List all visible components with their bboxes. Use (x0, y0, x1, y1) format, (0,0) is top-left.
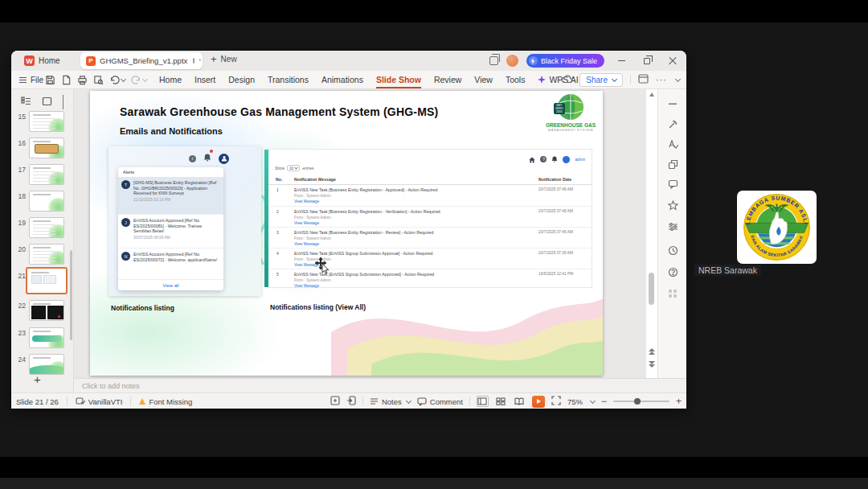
slide-thumbnail-19[interactable] (29, 217, 64, 238)
zoom-slider-handle[interactable] (634, 398, 641, 405)
view-message-link[interactable]: View Message (294, 221, 319, 225)
apps-grid-icon[interactable] (666, 287, 679, 300)
menu-review[interactable]: Review (434, 75, 461, 84)
slideshow-play-button[interactable] (532, 396, 545, 408)
help-icon: ? (540, 156, 547, 162)
comment-rail-icon[interactable] (666, 178, 679, 191)
thumbnail-number: 22 (11, 302, 26, 310)
slide-thumbnail-20[interactable] (29, 244, 64, 265)
new-tab-button[interactable]: + New (211, 54, 237, 64)
slide-thumbnail-15[interactable] (29, 111, 64, 132)
alert-item[interactable]: J EnViSS Account Approved [Ref No. ES/20… (118, 214, 223, 248)
table-row: 2 EnViSS New Task [Business Entity Regis… (268, 206, 592, 227)
task-window-icon[interactable] (330, 394, 340, 409)
tab-preview-icon[interactable] (193, 58, 194, 64)
share-button[interactable]: Share (579, 73, 623, 87)
alert-item[interactable]: N EnViSS Account Approved [Ref No. ES/20… (118, 248, 223, 279)
reading-view-button[interactable] (514, 396, 526, 407)
outline-view-icon[interactable] (21, 95, 31, 109)
menu-insert[interactable]: Insert (194, 75, 215, 84)
scroll-up-arrow[interactable] (649, 92, 654, 97)
shapes-icon[interactable] (666, 158, 679, 171)
slide-sorter-view-button[interactable] (495, 396, 507, 407)
restore-button[interactable] (638, 54, 656, 68)
slide-thumbnail-22[interactable] (29, 300, 64, 321)
divider (67, 397, 68, 406)
view-message-link[interactable]: View Message (294, 199, 319, 203)
zoom-level[interactable]: 75% (567, 397, 583, 406)
comment-toggle[interactable]: Comment (417, 397, 463, 406)
menu-design[interactable]: Design (228, 75, 255, 84)
fix-tools-icon[interactable] (666, 117, 679, 130)
collapse-rail-icon[interactable] (666, 97, 679, 110)
page-size-select[interactable]: 10 (287, 165, 300, 171)
history-clock-icon[interactable] (666, 244, 679, 257)
font-missing-warning[interactable]: Font Missing (139, 397, 192, 406)
black-friday-sale-button[interactable]: Black Friday Sale (526, 54, 604, 68)
document-tab[interactable]: P GHGMS_Briefing_v1.pptx * (80, 52, 203, 69)
menu-slide-show[interactable]: Slide Show (376, 75, 421, 84)
slide-editor-area[interactable]: Sarawak Greenhouse Gas Management System… (74, 89, 646, 378)
collapse-panel-icon[interactable] (61, 95, 63, 109)
participant-video-tile[interactable]: LEMBAGA SUMBER ASLI DAN ALAM SEKITAR SAR… (737, 191, 817, 264)
more-options-icon[interactable]: ··· (656, 75, 667, 84)
print-preview-button[interactable] (93, 75, 104, 85)
zoom-slider[interactable] (613, 401, 669, 402)
ribbon-layout-icon[interactable] (638, 72, 649, 87)
chevron-down-icon[interactable] (142, 76, 148, 81)
minimize-button[interactable] (612, 54, 630, 68)
slide-thumbnail-16[interactable] (29, 138, 64, 158)
alert-item[interactable]: T [GHG-MS] Business Entity Registration … (118, 177, 223, 214)
export-pdf-button[interactable] (61, 75, 72, 85)
notes-toggle[interactable]: Notes (370, 397, 411, 406)
slide-thumbnail-21-selected[interactable] (26, 267, 68, 294)
zoom-in-button[interactable]: + (676, 396, 682, 407)
slide-thumbnail-18[interactable] (29, 191, 64, 212)
view-message-link[interactable]: View Message (294, 242, 319, 246)
normal-view-button[interactable] (477, 396, 489, 407)
slide-thumbnail-23[interactable] (29, 327, 64, 348)
hamburger-icon (19, 77, 27, 83)
help-rail-icon[interactable] (666, 265, 679, 278)
net-zero-badge: NET ZERO 2050 (554, 103, 565, 114)
zoom-out-button[interactable]: − (601, 396, 607, 407)
handoff-icon[interactable] (346, 394, 356, 409)
undo-button[interactable] (109, 75, 125, 84)
slide-view-icon[interactable] (42, 95, 52, 109)
slide-canvas[interactable]: Sarawak Greenhouse Gas Management System… (90, 91, 603, 376)
zoom-dropdown-icon[interactable] (590, 397, 596, 403)
view-all-link[interactable]: View all (118, 279, 223, 290)
star-icon[interactable] (666, 199, 679, 212)
editor-scrollbar[interactable] (646, 89, 657, 378)
chevron-down-icon[interactable] (121, 76, 126, 81)
proofing-icon[interactable] (666, 138, 679, 150)
fullscreen-icon[interactable] (551, 394, 561, 409)
collapse-ribbon-icon[interactable] (675, 76, 681, 81)
redo-button[interactable] (131, 75, 147, 84)
cell-message: EnViSS New Task [Business Entity Registr… (294, 187, 523, 192)
close-button[interactable] (664, 54, 682, 68)
menu-home[interactable]: Home (159, 75, 182, 84)
save-button[interactable] (45, 75, 55, 85)
view-message-link[interactable]: View Message (294, 284, 319, 288)
home-tab[interactable]: W Home (18, 53, 67, 68)
menu-view[interactable]: View (474, 75, 493, 84)
menu-tools[interactable]: Tools (506, 75, 526, 84)
alerts-screenshot: i Alerts T (108, 146, 261, 296)
cloud-sync-icon[interactable] (561, 72, 572, 87)
cell-no: 5 (276, 272, 279, 277)
print-button[interactable] (77, 75, 88, 85)
info-icon: i (189, 155, 196, 162)
slide-thumbnail-17[interactable] (29, 164, 64, 185)
add-slide-button[interactable]: + (34, 372, 41, 386)
theme-button[interactable]: VanillaVTI (76, 397, 123, 406)
user-avatar[interactable] (506, 55, 518, 67)
settings-sliders-icon[interactable] (666, 220, 679, 233)
file-menu-button[interactable]: File (19, 71, 43, 88)
menu-transitions[interactable]: Transitions (268, 75, 309, 84)
scrollbar-thumb[interactable] (649, 273, 654, 305)
window-stack-icon[interactable] (489, 56, 498, 65)
thumbnail-scrollbar[interactable] (70, 250, 72, 340)
notes-pane[interactable]: Click to add notes (74, 378, 686, 392)
menu-animations[interactable]: Animations (321, 75, 363, 84)
